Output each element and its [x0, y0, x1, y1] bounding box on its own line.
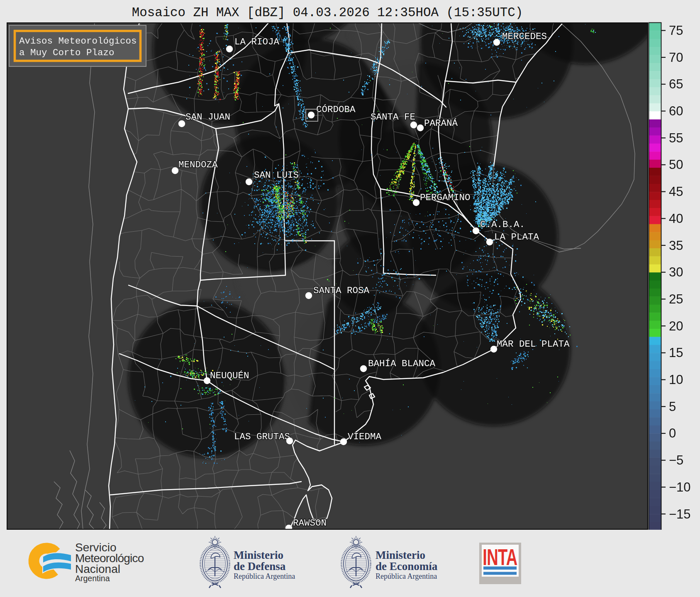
- svg-text:40: 40: [669, 211, 683, 226]
- svg-text:35: 35: [669, 238, 683, 253]
- svg-text:de Economía: de Economía: [376, 560, 438, 573]
- svg-text:5: 5: [669, 399, 676, 414]
- svg-text:75: 75: [669, 23, 683, 38]
- svg-text:−15: −15: [669, 507, 691, 521]
- svg-text:NEUQUÉN: NEUQUÉN: [210, 370, 249, 381]
- svg-text:20: 20: [669, 319, 683, 333]
- svg-text:Avisos Meteorológicos: Avisos Meteorológicos: [19, 36, 137, 46]
- svg-text:25: 25: [669, 292, 683, 306]
- svg-text:0: 0: [669, 426, 676, 440]
- svg-text:de Defensa: de Defensa: [234, 560, 286, 573]
- svg-text:Ministerio: Ministerio: [376, 549, 425, 561]
- svg-text:INTA: INTA: [483, 544, 517, 570]
- svg-text:PERGAMINO: PERGAMINO: [420, 192, 471, 203]
- svg-text:LA PLATA: LA PLATA: [494, 232, 539, 242]
- svg-text:SANTA FE: SANTA FE: [371, 112, 415, 122]
- svg-text:MERCEDES: MERCEDES: [502, 31, 547, 42]
- svg-text:SAN JUAN: SAN JUAN: [185, 112, 230, 122]
- svg-text:Argentina: Argentina: [75, 574, 110, 583]
- svg-text:50: 50: [669, 157, 683, 172]
- svg-text:CÓRDOBA: CÓRDOBA: [316, 104, 356, 115]
- svg-text:30: 30: [669, 265, 683, 279]
- svg-text:55: 55: [669, 131, 683, 145]
- svg-text:Ministerio: Ministerio: [234, 549, 283, 561]
- svg-text:MAR DEL PLATA: MAR DEL PLATA: [497, 339, 570, 350]
- svg-text:MENDOZA: MENDOZA: [178, 159, 218, 170]
- svg-text:10: 10: [669, 372, 683, 387]
- svg-text:República Argentina: República Argentina: [376, 572, 437, 580]
- svg-text:65: 65: [669, 77, 683, 91]
- svg-text:VIEDMA: VIEDMA: [348, 431, 382, 442]
- svg-text:70: 70: [669, 50, 683, 65]
- svg-text:LA RIOJA: LA RIOJA: [234, 37, 280, 47]
- svg-text:SAN LUIS: SAN LUIS: [254, 170, 299, 181]
- svg-text:BAHÍA BLANCA: BAHÍA BLANCA: [368, 358, 436, 369]
- svg-text:60: 60: [669, 104, 683, 118]
- svg-text:RAWSON: RAWSON: [293, 518, 327, 528]
- svg-text:SANTA ROSA: SANTA ROSA: [313, 285, 370, 296]
- svg-text:15: 15: [669, 345, 683, 360]
- svg-text:a Muy Corto Plazo: a Muy Corto Plazo: [19, 47, 115, 58]
- svg-text:45: 45: [669, 184, 683, 199]
- svg-text:LAS GRUTAS: LAS GRUTAS: [234, 431, 290, 442]
- svg-text:República Argentina: República Argentina: [234, 572, 295, 580]
- svg-text:−10: −10: [669, 480, 691, 494]
- svg-text:C.A.B.A.: C.A.B.A.: [480, 219, 525, 230]
- svg-text:PARANÁ: PARANÁ: [424, 118, 458, 129]
- svg-text:−5: −5: [669, 453, 683, 467]
